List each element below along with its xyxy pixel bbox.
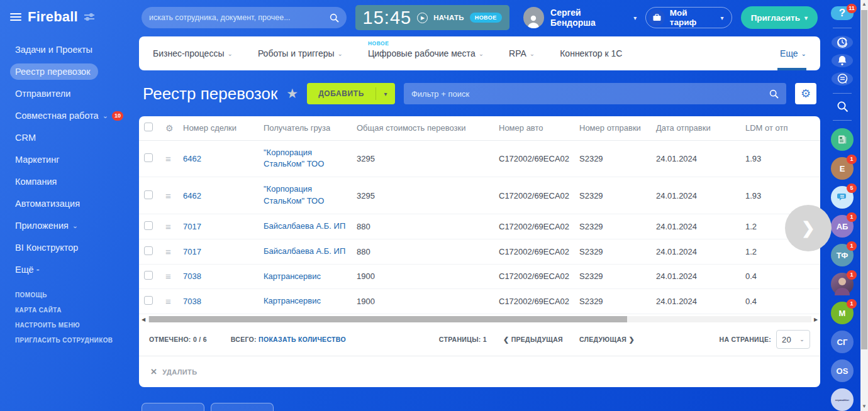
- column-header-cost[interactable]: Общая стоимость перевозки: [352, 116, 494, 140]
- notifications-bell-icon[interactable]: [832, 54, 853, 67]
- row-checkbox[interactable]: [144, 153, 153, 162]
- sidebar-item[interactable]: Приложения ⌄: [10, 217, 86, 234]
- sidebar-item[interactable]: Реестр перевозок: [10, 63, 98, 80]
- row-checkbox[interactable]: [144, 296, 153, 305]
- receiver-link[interactable]: "Корпорация СтальКом" ТОО: [264, 184, 324, 206]
- nav-tab[interactable]: RPA ⌄: [509, 36, 535, 70]
- add-button[interactable]: ДОБАВИТЬ: [307, 83, 376, 104]
- row-checkbox[interactable]: [144, 271, 153, 280]
- chat-avatar[interactable]: первыйбит: [831, 388, 854, 411]
- chat-avatar[interactable]: ТФ 1: [831, 244, 854, 266]
- chat-avatar[interactable]: E 1: [831, 157, 854, 180]
- deal-number-link[interactable]: 7038: [183, 271, 201, 281]
- deal-number-link[interactable]: 7017: [183, 247, 201, 256]
- nav-tab[interactable]: Роботы и триггеры ⌄: [258, 36, 343, 70]
- sidebar-item[interactable]: Маркетинг: [10, 151, 67, 168]
- search-icon[interactable]: [769, 89, 779, 99]
- favorite-star-icon[interactable]: ★: [286, 86, 298, 101]
- table-row[interactable]: ≡ 6462 "Корпорация СтальКом" ТОО 3295 C1…: [139, 177, 820, 214]
- scrollbar-track[interactable]: [148, 316, 811, 322]
- sidebar-item[interactable]: Отправители: [10, 85, 78, 102]
- user-menu[interactable]: Сергей Бендорша ▾: [523, 7, 637, 28]
- table-row[interactable]: ≡ 6462 "Корпорация СтальКом" ТОО 3295 C1…: [139, 140, 820, 177]
- sidebar-item[interactable]: Компания: [10, 173, 64, 190]
- messenger-icon[interactable]: [832, 72, 853, 85]
- add-dropdown-caret[interactable]: ▾: [376, 83, 395, 104]
- sidebar-item[interactable]: CRM: [10, 129, 43, 146]
- chat-avatar[interactable]: АБ 1: [831, 215, 854, 238]
- deal-number-link[interactable]: 6462: [183, 191, 201, 200]
- table-row[interactable]: ≡ 7017 Байсалбаева А.Б. ИП 880 C172002/6…: [139, 239, 820, 264]
- table-row[interactable]: ≡ 7038 Картрансервис 1900 C172002/69ECA0…: [139, 264, 820, 289]
- columns-gear-icon[interactable]: ⚙: [165, 123, 174, 133]
- receiver-link[interactable]: "Корпорация СтальКом" ТОО: [264, 148, 324, 169]
- row-checkbox[interactable]: [144, 221, 153, 230]
- row-drag-handle-icon[interactable]: ≡: [165, 246, 171, 257]
- sidebar-secondary-item[interactable]: НАСТРОИТЬ МЕНЮ: [10, 322, 135, 329]
- work-timer-widget[interactable]: 15:45 ▶ НАЧАТЬ НОВОЕ: [355, 5, 509, 30]
- row-drag-handle-icon[interactable]: ≡: [165, 296, 171, 307]
- row-drag-handle-icon[interactable]: ≡: [165, 221, 171, 232]
- chat-avatar[interactable]: СГ: [831, 331, 854, 353]
- sidebar-secondary-item[interactable]: ПОМОЩЬ: [10, 292, 135, 299]
- row-checkbox[interactable]: [144, 246, 153, 255]
- show-count-link[interactable]: ПОКАЗАТЬ КОЛИЧЕСТВО: [259, 336, 346, 343]
- scrollbar-thumb[interactable]: [149, 316, 627, 322]
- scrollbar-thumb[interactable]: [861, 10, 867, 349]
- column-header-date[interactable]: Дата отправки: [651, 116, 740, 140]
- search-icon[interactable]: [330, 13, 339, 23]
- deal-number-link[interactable]: 7017: [183, 222, 201, 231]
- panel-expand-chevron-button[interactable]: ❯: [785, 205, 832, 251]
- help-button[interactable]: ? 11: [831, 6, 854, 20]
- grid-settings-gear-icon[interactable]: ⚙: [795, 83, 816, 104]
- deal-number-link[interactable]: 7038: [183, 297, 201, 306]
- tariff-button[interactable]: Мой тариф ▾: [645, 7, 732, 28]
- chat-avatar[interactable]: OS: [831, 359, 854, 382]
- global-search-input[interactable]: искать сотрудника, документ, прочее...: [142, 7, 347, 28]
- sidebar-secondary-item[interactable]: КАРТА САЙТА: [10, 307, 135, 314]
- chat-avatar[interactable]: [831, 128, 854, 151]
- row-drag-handle-icon[interactable]: ≡: [165, 271, 171, 282]
- scroll-left-arrow[interactable]: ◀: [140, 317, 147, 322]
- nav-tab[interactable]: Еще ⌄: [780, 36, 806, 70]
- menu-toggle-icon[interactable]: [10, 13, 21, 21]
- nav-tab[interactable]: Коннектор к 1С: [560, 36, 622, 70]
- sidebar-item[interactable]: Совместная работа ⌄ 10: [10, 107, 131, 124]
- receiver-link[interactable]: Байсалбаева А.Б. ИП: [264, 246, 345, 256]
- sidebar-item[interactable]: Автоматизация: [10, 195, 87, 212]
- time-tracking-icon[interactable]: [832, 36, 853, 49]
- play-icon[interactable]: ▶: [417, 13, 428, 23]
- add-split-button[interactable]: ДОБАВИТЬ ▾: [307, 83, 395, 104]
- sidebar-item[interactable]: Ещё -: [10, 261, 47, 278]
- sidebar-item[interactable]: Задачи и Проекты: [10, 41, 100, 58]
- column-header-receiver[interactable]: Получатель груза: [259, 116, 352, 140]
- page-scrollbar[interactable]: ▲ ▼: [860, 0, 868, 411]
- nav-tab[interactable]: НОВОЕ Цифровые рабочие места ⌄: [368, 36, 484, 70]
- scroll-up-arrow[interactable]: ▲: [860, 0, 868, 9]
- deal-number-link[interactable]: 6462: [183, 154, 201, 163]
- sidebar-item[interactable]: BI Конструктор: [10, 239, 86, 256]
- column-header-auto[interactable]: Номер авто: [494, 116, 574, 140]
- column-header-ldm[interactable]: LDM от отп: [740, 116, 820, 140]
- receiver-link[interactable]: Картрансервис: [264, 296, 321, 305]
- table-row[interactable]: ≡ 7038 Картрансервис 1900 C172002/69ECA0…: [139, 289, 820, 314]
- column-header-deal[interactable]: Номер сделки: [178, 116, 259, 140]
- sidebar-secondary-item[interactable]: ПРИГЛАСИТЬ СОТРУДНИКОВ: [10, 337, 135, 344]
- receiver-link[interactable]: Байсалбаева А.Б. ИП: [264, 221, 345, 231]
- column-header-shipment[interactable]: Номер отправки: [574, 116, 651, 140]
- row-drag-handle-icon[interactable]: ≡: [165, 153, 171, 164]
- chat-avatar[interactable]: 1: [831, 273, 854, 295]
- sliders-icon[interactable]: [84, 13, 94, 21]
- horizontal-scrollbar[interactable]: ◀ ▶: [140, 315, 819, 323]
- timer-start-button[interactable]: НАЧАТЬ: [433, 14, 464, 21]
- filter-search-input[interactable]: Фильтр + поиск: [404, 83, 786, 104]
- row-drag-handle-icon[interactable]: ≡: [165, 190, 171, 201]
- per-page-select[interactable]: 20 ⌄: [776, 330, 810, 349]
- delete-action[interactable]: ✕ УДАЛИТЬ: [139, 356, 820, 387]
- chat-avatar[interactable]: М 1: [831, 302, 854, 324]
- user-avatar[interactable]: [523, 7, 544, 28]
- cutoff-button-1[interactable]: [142, 403, 204, 411]
- select-all-checkbox[interactable]: [144, 123, 153, 131]
- receiver-link[interactable]: Картрансервис: [264, 271, 321, 281]
- row-checkbox[interactable]: [144, 190, 153, 199]
